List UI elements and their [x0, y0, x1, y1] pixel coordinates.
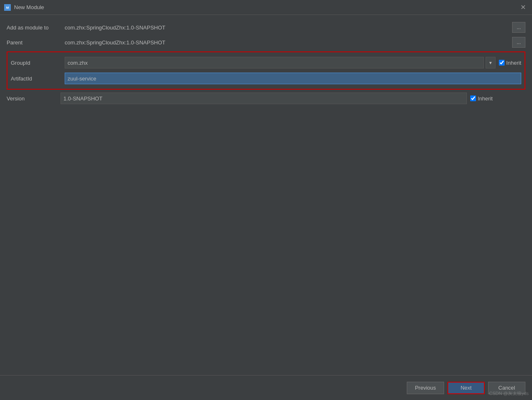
title-bar: M New Module ✕ — [0, 0, 532, 15]
watermark: CSDN @灰太狼yds — [489, 390, 529, 397]
window-icon: M — [4, 4, 11, 11]
parent-label: Parent — [7, 39, 65, 46]
parent-row: Parent com.zhx:SpringCloudZhx:1.0-SNAPSH… — [7, 35, 525, 50]
dialog-content: Add as module to com.zhx:SpringCloudZhx:… — [0, 15, 532, 375]
version-inherit-label: Inherit — [478, 95, 493, 102]
version-row: Version Inherit — [7, 91, 525, 105]
parent-browse-button[interactable]: ... — [512, 37, 525, 48]
group-id-inherit-checkbox[interactable] — [499, 60, 505, 66]
version-inherit-checkbox[interactable] — [470, 95, 476, 101]
add-as-module-label: Add as module to — [7, 24, 65, 31]
group-id-input-wrap: ▼ — [65, 57, 496, 68]
window-title: New Module — [14, 4, 518, 10]
artifact-id-input[interactable] — [65, 73, 521, 84]
version-inherit-row: Inherit — [470, 95, 493, 102]
new-module-dialog: M New Module ✕ Add as module to com.zhx:… — [0, 0, 532, 400]
group-id-inherit-row: Inherit — [499, 60, 521, 66]
parent-value: com.zhx:SpringCloudZhx:1.0-SNAPSHOT — [65, 39, 509, 46]
group-id-input[interactable] — [65, 57, 484, 68]
group-id-label: GroupId — [11, 60, 65, 66]
artifact-id-row: ArtifactId — [11, 71, 521, 85]
add-as-module-value: com.zhx:SpringCloudZhx:1.0-SNAPSHOT — [65, 24, 509, 31]
bottom-bar: Previous Next Cancel — [0, 375, 532, 400]
artifact-id-label: ArtifactId — [11, 76, 65, 82]
svg-text:M: M — [6, 6, 9, 10]
previous-button[interactable]: Previous — [407, 382, 444, 394]
add-as-module-row: Add as module to com.zhx:SpringCloudZhx:… — [7, 20, 525, 35]
group-id-dropdown-button[interactable]: ▼ — [486, 57, 496, 68]
add-as-module-browse-button[interactable]: ... — [512, 22, 525, 33]
group-id-row: GroupId ▼ Inherit — [11, 56, 521, 70]
version-input[interactable] — [61, 93, 467, 104]
close-button[interactable]: ✕ — [518, 2, 528, 12]
group-id-inherit-label: Inherit — [506, 60, 521, 66]
maven-fields-section: GroupId ▼ Inherit ArtifactId — [7, 51, 525, 90]
next-button[interactable]: Next — [447, 382, 485, 394]
version-label: Version — [7, 95, 61, 102]
